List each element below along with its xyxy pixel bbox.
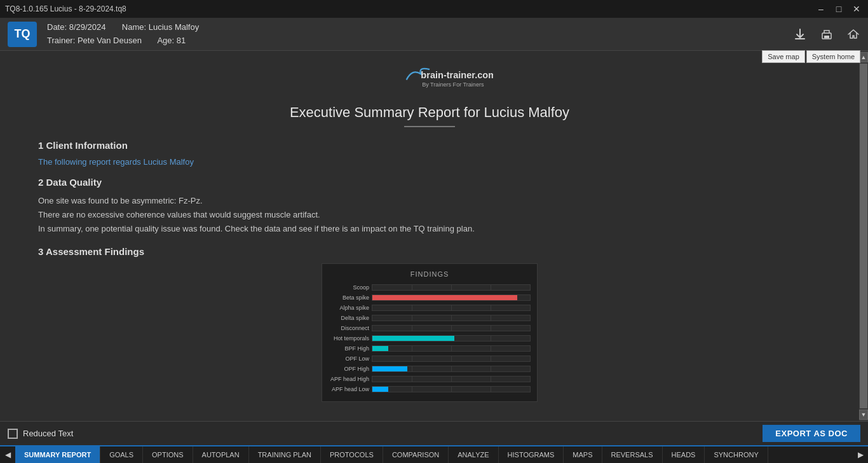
- section3-heading: 3 Assessment Findings: [38, 246, 821, 257]
- title-bar-controls: – □ ✕: [815, 3, 863, 15]
- chart-rows: ScoopBeta spikeAlpha spikeDelta spikeDis…: [329, 283, 531, 394]
- system-home-tooltip: System home: [806, 50, 860, 63]
- header-actions: Save map System home: [793, 27, 860, 41]
- chart-bar-area: [372, 345, 531, 352]
- chart-bar-area: [372, 284, 531, 291]
- app-logo: TQ: [8, 22, 37, 47]
- main-content: brain-trainer.com By Trainers For Traine…: [0, 51, 859, 421]
- tab-training-plan[interactable]: TRAINING PLAN: [249, 446, 321, 463]
- chart-row-label: Scoop: [329, 284, 372, 291]
- tab-comparison[interactable]: COMPARISON: [383, 446, 449, 463]
- tab-synchrony[interactable]: SYNCHRONY: [705, 446, 768, 463]
- report-divider: [404, 126, 455, 127]
- chart-row: BPF High: [329, 344, 531, 353]
- chart-row: Delta spike: [329, 314, 531, 322]
- chart-bar-area: [372, 356, 531, 362]
- chart-row: Disconnect: [329, 324, 531, 333]
- chart-row: Beta spike: [329, 293, 531, 302]
- chart-bar-area: [372, 294, 531, 301]
- svg-text:brain-trainer.com: brain-trainer.com: [421, 70, 493, 80]
- tab-options[interactable]: OPTIONS: [143, 446, 193, 463]
- chart-row: Scoop: [329, 283, 531, 292]
- chart-row-label: Delta spike: [329, 315, 372, 321]
- section2-line2: There are no excessive coherence values …: [38, 210, 320, 219]
- chart-row: APF head High: [329, 375, 531, 384]
- scrollbar[interactable]: ▲ ▼: [859, 51, 868, 421]
- chart-row-label: APF head High: [329, 376, 372, 382]
- save-map-button[interactable]: [793, 27, 807, 41]
- tab-goals[interactable]: GOALS: [100, 446, 143, 463]
- home-button[interactable]: [846, 27, 860, 41]
- section1-text: The following report regards Lucius Malf…: [38, 157, 821, 167]
- chart-row: Alpha spike: [329, 303, 531, 312]
- chart-row-label: APF head Low: [329, 386, 372, 392]
- chart-row-label: OPF Low: [329, 356, 372, 362]
- chart-title: FINDINGS: [329, 270, 531, 278]
- chart-bar-area: [372, 325, 531, 331]
- tab-protocols[interactable]: PROTOCOLS: [321, 446, 383, 463]
- export-button[interactable]: EXPORT AS DOC: [763, 425, 860, 442]
- content-area: brain-trainer.com By Trainers For Traine…: [0, 51, 868, 421]
- minimize-button[interactable]: –: [815, 3, 827, 15]
- chart-bar-area: [372, 386, 531, 392]
- chart-bar: [372, 366, 407, 371]
- header-trainer: Trainer: Pete Van Deusen: [47, 36, 142, 45]
- chart-row-label: BPF High: [329, 345, 372, 352]
- header-name: Name: Lucius Malfoy: [122, 22, 199, 32]
- chart-row-label: Beta spike: [329, 294, 372, 301]
- chart-row-label: Disconnect: [329, 325, 372, 331]
- tab-histograms[interactable]: HISTOGRAMS: [499, 446, 564, 463]
- tab-maps[interactable]: MAPS: [564, 446, 602, 463]
- section2-line1: One site was found to be asymmetric: Fz-…: [38, 196, 203, 205]
- chart-bar: [372, 336, 454, 341]
- svg-text:By Trainers For Trainers: By Trainers For Trainers: [422, 81, 484, 88]
- chart-row-label: OPF High: [329, 366, 372, 372]
- chart-bar: [372, 295, 517, 300]
- section2-heading: 2 Data Quality: [38, 177, 821, 188]
- scroll-up-button[interactable]: ▲: [859, 52, 868, 62]
- scroll-down-button[interactable]: ▼: [859, 410, 868, 420]
- report-logo: brain-trainer.com By Trainers For Traine…: [38, 64, 821, 98]
- tab-scroll-left[interactable]: ◀: [0, 446, 15, 463]
- tab-reversals[interactable]: REVERSALS: [602, 446, 663, 463]
- close-button[interactable]: ✕: [850, 3, 863, 15]
- chart-bar: [372, 387, 388, 392]
- header-info: Date: 8/29/2024 Name: Lucius Malfoy Trai…: [47, 21, 793, 48]
- chart-row: Hot temporals: [329, 334, 531, 343]
- header-age: Age: 81: [157, 36, 186, 45]
- tab-scroll-right[interactable]: ▶: [853, 446, 868, 463]
- report-title: Executive Summary Report for Lucius Malf…: [38, 104, 821, 121]
- tab-analyze[interactable]: ANALYZE: [449, 446, 498, 463]
- chart-bar-area: [372, 315, 531, 321]
- header: TQ Date: 8/29/2024 Name: Lucius Malfoy T…: [0, 18, 868, 51]
- print-button[interactable]: [820, 27, 834, 41]
- chart-bar-area: [372, 305, 531, 311]
- maximize-button[interactable]: □: [832, 3, 845, 15]
- chart-bar-area: [372, 366, 531, 372]
- chart-bar: [372, 346, 388, 351]
- tab-bar: ◀ SUMMARY REPORTGOALSOPTIONSAUTOPLANTRAI…: [0, 445, 868, 463]
- chart-row: OPF Low: [329, 354, 531, 363]
- reduced-text-label: Reduced Text: [23, 429, 73, 438]
- title-bar: TQ8-1.0.165 Lucius - 8-29-2024.tq8 – □ ✕: [0, 0, 868, 18]
- chart-bar-area: [372, 335, 531, 342]
- reduced-text-area: Reduced Text: [8, 429, 73, 439]
- chart-row-label: Alpha spike: [329, 305, 372, 311]
- chart-bar-area: [372, 376, 531, 382]
- section2-body: One site was found to be asymmetric: Fz-…: [38, 194, 821, 236]
- save-map-tooltip: Save map: [762, 50, 805, 63]
- section1-heading: 1 Client Information: [38, 140, 821, 151]
- tab-autoplan[interactable]: AUTOPLAN: [193, 446, 249, 463]
- section2-line3: In summary, one potential quality issue …: [38, 224, 475, 233]
- findings-chart: FINDINGS ScoopBeta spikeAlpha spikeDelta…: [322, 263, 538, 402]
- scrollbar-thumb[interactable]: [860, 64, 867, 408]
- title-bar-text: TQ8-1.0.165 Lucius - 8-29-2024.tq8: [5, 4, 126, 13]
- reduced-text-checkbox[interactable]: [8, 429, 18, 439]
- header-date: Date: 8/29/2024: [47, 22, 106, 32]
- tab-summary-report[interactable]: SUMMARY REPORT: [15, 446, 100, 463]
- chart-row-label: Hot temporals: [329, 335, 372, 342]
- chart-row: APF head Low: [329, 385, 531, 394]
- tab-heads[interactable]: HEADS: [663, 446, 705, 463]
- svg-rect-1: [824, 36, 829, 38]
- bottom-bar: Reduced Text EXPORT AS DOC: [0, 421, 868, 445]
